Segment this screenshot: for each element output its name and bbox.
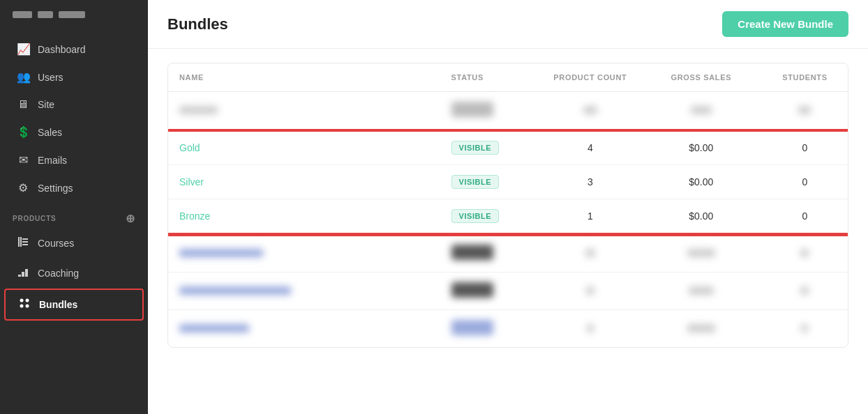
col-header-product-count: PRODUCT COUNT <box>540 63 641 92</box>
gold-name[interactable]: Gold <box>168 130 440 165</box>
col-header-gross-sales: GROSS SALES <box>641 63 762 92</box>
sales-icon: 💲 <box>17 125 29 139</box>
bronze-students: 0 <box>762 199 848 234</box>
table-container: NAME STATUS PRODUCT COUNT GROSS SALES ST… <box>148 49 868 414</box>
sidebar-item-settings-label: Settings <box>38 183 73 194</box>
sidebar-item-coaching[interactable]: Coaching <box>4 259 144 288</box>
sidebar-item-sales[interactable]: 💲 Sales <box>4 118 144 146</box>
bronze-status: VISIBLE <box>440 199 541 234</box>
table-row-blurred-1 <box>168 92 848 130</box>
main-content: Bundles Create New Bundle NAME STATUS PR… <box>148 0 868 414</box>
logo-block-3 <box>59 11 85 18</box>
table-row-bronze: Bronze VISIBLE 1 $0.00 0 <box>168 199 848 234</box>
gold-count: 4 <box>540 130 641 165</box>
add-product-icon[interactable]: ⊕ <box>126 212 135 225</box>
silver-status: VISIBLE <box>440 165 541 199</box>
col-header-name: NAME <box>168 63 440 92</box>
page-header: Bundles Create New Bundle <box>148 0 868 49</box>
silver-link[interactable]: Silver <box>179 176 204 187</box>
blurred-count-3 <box>540 273 641 310</box>
col-header-status: STATUS <box>440 63 541 92</box>
table-row-silver: Silver VISIBLE 3 $0.00 0 <box>168 165 848 199</box>
blurred-count-2 <box>540 234 641 273</box>
emails-icon: ✉ <box>17 153 29 167</box>
svg-rect-4 <box>22 244 28 245</box>
coaching-icon <box>17 266 29 281</box>
sidebar-logo <box>0 0 148 29</box>
blurred-students-4 <box>762 310 848 348</box>
gold-status: VISIBLE <box>440 130 541 165</box>
sidebar-item-courses[interactable]: Courses <box>4 229 144 258</box>
svg-rect-0 <box>18 237 20 247</box>
sidebar-item-site[interactable]: 🖥 Site <box>4 91 144 118</box>
svg-point-8 <box>20 299 24 302</box>
silver-students: 0 <box>762 165 848 199</box>
table-header-row: NAME STATUS PRODUCT COUNT GROSS SALES ST… <box>168 63 848 92</box>
blurred-count-4 <box>540 310 641 348</box>
svg-rect-1 <box>20 237 22 247</box>
blurred-sales-2 <box>641 234 762 273</box>
svg-rect-5 <box>18 275 21 277</box>
logo-block-1 <box>13 11 32 18</box>
blurred-status-1 <box>440 92 541 130</box>
gold-students: 0 <box>762 130 848 165</box>
sidebar-item-emails[interactable]: ✉ Emails <box>4 146 144 174</box>
products-section-label: PRODUCTS ⊕ <box>0 202 148 228</box>
gold-status-badge: VISIBLE <box>451 141 500 155</box>
bronze-status-badge: VISIBLE <box>451 209 500 223</box>
sidebar-item-users-label: Users <box>38 72 63 83</box>
blurred-students-2 <box>762 234 848 273</box>
svg-point-10 <box>20 305 24 308</box>
site-icon: 🖥 <box>17 98 29 111</box>
svg-rect-7 <box>25 269 28 277</box>
blurred-name-4 <box>168 310 440 348</box>
sidebar-item-sales-label: Sales <box>38 127 62 138</box>
blurred-sales-3 <box>641 273 762 310</box>
bundles-icon <box>18 297 31 312</box>
blurred-count-1 <box>540 92 641 130</box>
sidebar-item-emails-label: Emails <box>38 155 67 166</box>
sidebar-item-settings[interactable]: ⚙ Settings <box>4 174 144 201</box>
silver-name[interactable]: Silver <box>168 165 440 199</box>
blurred-status-4 <box>440 310 541 348</box>
table-row-blurred-4 <box>168 310 848 348</box>
sidebar-item-dashboard-label: Dashboard <box>38 44 86 55</box>
sidebar-item-bundles[interactable]: Bundles <box>4 289 144 321</box>
sidebar-item-coaching-label: Coaching <box>38 268 79 279</box>
gold-link[interactable]: Gold <box>179 142 200 153</box>
table-row-blurred-2 <box>168 234 848 273</box>
blurred-name-1 <box>168 92 440 130</box>
create-bundle-button[interactable]: Create New Bundle <box>722 11 848 37</box>
svg-rect-3 <box>22 241 28 243</box>
page-title: Bundles <box>167 15 228 33</box>
svg-rect-2 <box>22 238 28 240</box>
bronze-name[interactable]: Bronze <box>168 199 440 234</box>
users-icon: 👥 <box>17 70 29 84</box>
sidebar-item-courses-label: Courses <box>38 238 74 249</box>
sidebar: 📈 Dashboard 👥 Users 🖥 Site 💲 Sales ✉ Ema… <box>0 0 148 414</box>
bundles-data-table: NAME STATUS PRODUCT COUNT GROSS SALES ST… <box>168 63 848 347</box>
blurred-students-1 <box>762 92 848 130</box>
settings-icon: ⚙ <box>17 181 29 194</box>
blurred-students-3 <box>762 273 848 310</box>
sidebar-item-users[interactable]: 👥 Users <box>4 63 144 91</box>
gold-sales: $0.00 <box>641 130 762 165</box>
logo-block-2 <box>38 11 53 18</box>
blurred-name-2 <box>168 234 440 273</box>
sidebar-item-bundles-label: Bundles <box>39 299 77 310</box>
sidebar-item-dashboard[interactable]: 📈 Dashboard <box>4 36 144 63</box>
bronze-link[interactable]: Bronze <box>179 210 210 222</box>
svg-point-9 <box>26 299 29 302</box>
col-header-students: STUDENTS <box>762 63 848 92</box>
blurred-status-3 <box>440 273 541 310</box>
silver-count: 3 <box>540 165 641 199</box>
table-row-gold: Gold VISIBLE 4 $0.00 0 <box>168 130 848 165</box>
blurred-sales-4 <box>641 310 762 348</box>
bronze-count: 1 <box>540 199 641 234</box>
bronze-sales: $0.00 <box>641 199 762 234</box>
blurred-sales-1 <box>641 92 762 130</box>
bundles-table: NAME STATUS PRODUCT COUNT GROSS SALES ST… <box>167 63 848 348</box>
blurred-name-3 <box>168 273 440 310</box>
sidebar-item-site-label: Site <box>38 99 54 110</box>
table-row-blurred-3 <box>168 273 848 310</box>
